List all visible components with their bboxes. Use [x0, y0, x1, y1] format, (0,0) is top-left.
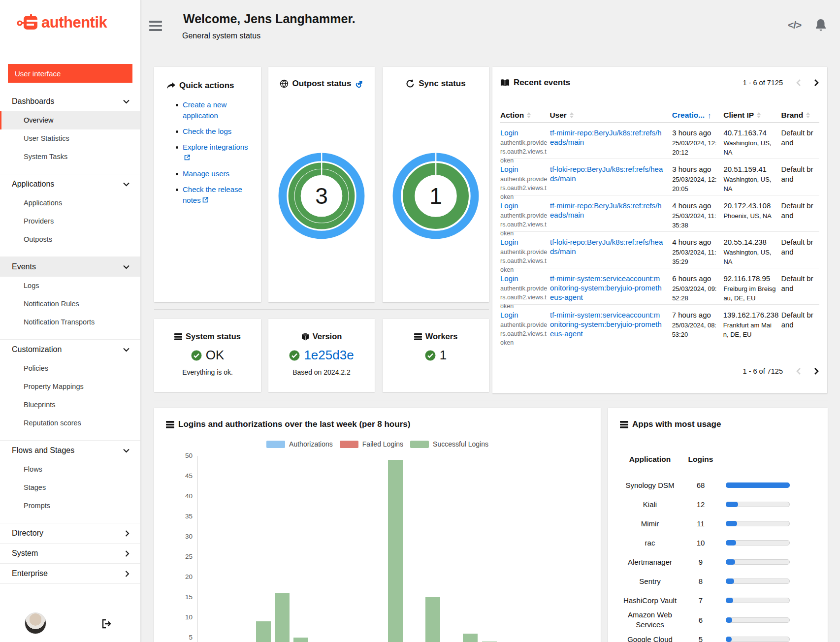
sidebar-item-reputation-scores[interactable]: Reputation scores — [0, 414, 140, 432]
nav-group-system[interactable]: System — [0, 544, 140, 563]
api-code-icon[interactable]: </> — [788, 19, 801, 31]
page-title: Welcome, Jens Langhammer. — [183, 12, 355, 26]
pagination-next-icon[interactable] — [814, 79, 819, 87]
nav-group-applications[interactable]: Applications — [0, 174, 140, 194]
event-user-link[interactable]: tf-loki-repo:BeryJu/k8s:ref:refs/heads/m… — [550, 237, 663, 256]
chevron-down-icon — [123, 441, 129, 460]
sidebar-item-property-mappings[interactable]: Property Mappings — [0, 378, 140, 396]
chevron-down-icon — [123, 92, 129, 111]
usage-progress-bar — [726, 482, 790, 488]
quick-actions-card: Quick actions Create a new applicationCh… — [154, 67, 261, 302]
sidebar-item-providers[interactable]: Providers — [0, 212, 140, 230]
column-header-client-ip[interactable]: Client IP — [723, 111, 781, 120]
legend-item-failed-logins: Failed Logins — [340, 440, 403, 448]
quick-actions-title: Quick actions — [179, 81, 234, 91]
nav-group-flows-and-stages[interactable]: Flows and Stages — [0, 441, 140, 460]
event-user-link[interactable]: tf-loki-repo:BeryJu/k8s:ref:refs/heads/m… — [550, 164, 663, 183]
quick-action-link-create-a-new-application[interactable]: Create a new application — [183, 100, 226, 120]
sidebar-item-outposts[interactable]: Outposts — [0, 230, 140, 249]
event-action-link[interactable]: Login — [500, 164, 518, 174]
outpost-link-icon[interactable] — [355, 80, 363, 88]
app-usage-row: HashiCorp Vault7 — [608, 591, 828, 610]
event-creation-cell: 3 hours ago25/03/2024, 12:20:05 — [672, 164, 723, 195]
y-tick-label: 25 — [173, 553, 193, 560]
nav-group-customization[interactable]: Customization — [0, 340, 140, 359]
column-header-user[interactable]: User — [549, 111, 672, 120]
nav-group-label: Directory — [12, 529, 43, 537]
chart-y-axis — [197, 456, 198, 642]
sign-out-icon[interactable] — [101, 618, 112, 629]
sidebar-item-logs[interactable]: Logs — [0, 277, 140, 295]
version-value-link[interactable]: 1e25d3e — [304, 348, 354, 363]
sidebar-item-system-tasks[interactable]: System Tasks — [0, 148, 140, 166]
quick-action-link-manage-users[interactable]: Manage users — [183, 169, 229, 178]
sidebar-item-applications[interactable]: Applications — [0, 194, 140, 212]
pagination-prev-icon[interactable] — [796, 367, 801, 375]
event-client-ip-cell: 92.116.178.95Freiburg im Breisgau, DE, E… — [723, 274, 781, 304]
user-avatar[interactable] — [25, 612, 46, 634]
nav-group-events[interactable]: Events — [0, 257, 140, 277]
usage-progress-track — [726, 598, 790, 603]
sidebar-item-policies[interactable]: Policies — [0, 359, 140, 378]
event-when-full: 25/03/2024, 12:20:05 — [672, 175, 718, 193]
sidebar-item-notification-transports[interactable]: Notification Transports — [0, 313, 140, 331]
quick-action-link-explore-integrations[interactable]: Explore integrations — [183, 143, 248, 151]
sync-status-donut-chart: 1 — [390, 150, 482, 242]
pagination-prev-icon[interactable] — [796, 79, 801, 87]
outpost-status-card: Outpost status 3 — [268, 67, 375, 302]
event-action-link[interactable]: Login — [500, 201, 518, 210]
event-row: Loginauthentik.providers.oauth2.views.to… — [500, 231, 819, 268]
event-action-detail: authentik.providers.oauth2.views.token — [500, 248, 548, 274]
chevron-down-icon — [123, 174, 129, 194]
sidebar-item-prompts[interactable]: Prompts — [0, 497, 140, 515]
server-icon — [166, 421, 174, 428]
event-user-link[interactable]: tf-mimir-system:serviceaccount:monitorin… — [550, 310, 663, 338]
workers-card: Workers 1 — [383, 319, 489, 392]
sidebar-item-blueprints[interactable]: Blueprints — [0, 396, 140, 414]
app-name: rac — [620, 538, 679, 548]
sort-ascending-icon: ↑ — [708, 111, 711, 120]
chart-bar — [275, 593, 290, 642]
sidebar-item-stages[interactable]: Stages — [0, 479, 140, 497]
sidebar-item-user-statistics[interactable]: User Statistics — [0, 129, 140, 148]
event-action-link[interactable]: Login — [500, 128, 518, 137]
event-action-link[interactable]: Login — [500, 237, 518, 247]
authentik-admin-dashboard: authentik User interface DashboardsOverv… — [0, 0, 840, 642]
event-ip: 20.55.14.238 — [723, 237, 776, 247]
recent-events-card: Recent events 1 - 6 of 7125 Action User … — [492, 67, 827, 393]
nav-section-applications: ApplicationsApplicationsProvidersOutpost… — [0, 174, 140, 257]
page-subtitle: General system status — [182, 32, 260, 40]
column-header-action[interactable]: Action — [500, 111, 549, 120]
quick-action-item: Check the logs — [176, 126, 254, 137]
workers-value: 1 — [440, 348, 447, 363]
share-arrow-icon — [167, 82, 175, 90]
nav-group-directory[interactable]: Directory — [0, 523, 140, 543]
event-action-link[interactable]: Login — [500, 310, 518, 320]
usage-progress-bar — [726, 617, 732, 623]
sidebar-item-flows[interactable]: Flows — [0, 460, 140, 479]
pagination-next-icon[interactable] — [814, 367, 819, 375]
sidebar-toggle-hamburger-icon[interactable] — [149, 21, 163, 32]
nav-section-dashboards: DashboardsOverviewUser StatisticsSystem … — [0, 92, 140, 174]
server-icon — [620, 421, 628, 428]
event-user-link[interactable]: tf-mimir-system:serviceaccount:monitorin… — [550, 274, 663, 302]
quick-action-link-check-the-logs[interactable]: Check the logs — [183, 127, 231, 135]
column-header-creation[interactable]: Creatio...↑ — [672, 111, 723, 120]
notifications-bell-icon[interactable] — [815, 19, 827, 32]
app-usage-row: Kiali12 — [608, 495, 828, 514]
column-header-brand[interactable]: Brand — [781, 111, 819, 120]
check-circle-icon — [289, 350, 300, 361]
event-brand: Default brand — [781, 274, 814, 293]
y-tick-label: 30 — [173, 533, 193, 540]
event-user-link[interactable]: tf-mimir-repo:BeryJu/k8s:ref:refs/heads/… — [550, 128, 663, 147]
nav-group-enterprise[interactable]: Enterprise — [0, 564, 140, 583]
quick-action-link-check-the-release-notes[interactable]: Check the release notes — [183, 185, 242, 204]
sidebar-item-notification-rules[interactable]: Notification Rules — [0, 295, 140, 313]
nav-group-dashboards[interactable]: Dashboards — [0, 92, 140, 111]
event-user-link[interactable]: tf-mimir-repo:BeryJu/k8s:ref:refs/heads/… — [550, 201, 663, 220]
version-subtitle: Based on 2024.2.2 — [268, 368, 375, 376]
outpost-count: 3 — [276, 150, 367, 242]
sidebar-item-overview[interactable]: Overview — [0, 111, 140, 129]
event-action-link[interactable]: Login — [500, 274, 518, 283]
user-interface-button[interactable]: User interface — [8, 64, 132, 83]
